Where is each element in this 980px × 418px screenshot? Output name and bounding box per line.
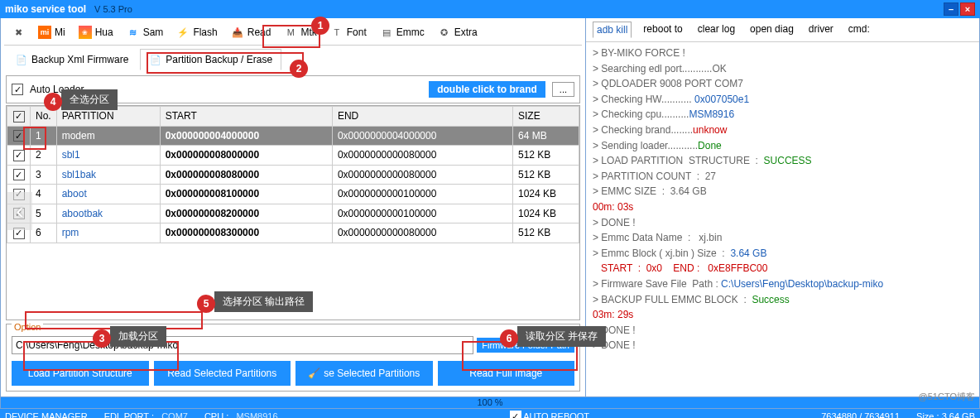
status-counts: 7634880 / 7634911	[821, 411, 900, 418]
loader-path-input[interactable]	[90, 81, 422, 98]
right-pane: adb killreboot toclear logopen diagdrive…	[586, 18, 980, 397]
read-selected-partitions-button[interactable]: Read Selected Partitions	[154, 361, 291, 386]
erase-label: se Selected Partitions	[324, 368, 420, 379]
toolbar-font[interactable]: TFont	[324, 23, 372, 41]
auto-reboot-check[interactable]: AUTO REBOOT	[510, 411, 589, 418]
callout-6: 6	[500, 329, 518, 348]
toolbar-flash[interactable]: ⚡Flash	[171, 23, 223, 41]
toolbar-extra[interactable]: ✪Extra	[432, 23, 483, 41]
tab-backup-xml[interactable]: 📄 Backup Xml Firmware	[6, 49, 137, 70]
toolbar-hua[interactable]: ❀Hua	[73, 23, 119, 41]
right-tab-adb-kill[interactable]: adb kill	[593, 22, 632, 38]
wrench-icon: ✖	[12, 26, 25, 39]
output-path-input[interactable]	[12, 336, 473, 354]
carousel-prev-icon[interactable]: ‹	[7, 192, 32, 230]
hua-icon: ❀	[79, 26, 92, 39]
minimize-button[interactable]: –	[944, 2, 958, 16]
right-tabs: adb killreboot toclear logopen diagdrive…	[586, 18, 979, 42]
font-icon: T	[330, 26, 343, 39]
option-box: Option Firmware Folder Path Load Partiti…	[6, 324, 580, 392]
read-icon: 📥	[231, 26, 244, 39]
table-row[interactable]: 5 abootbak 0x000000008200000 0x000000000…	[7, 204, 579, 223]
toolbar-wrench[interactable]: ✖	[6, 23, 31, 41]
tab-partition-backup-erase[interactable]: 📄 Partition Backup / Erase	[140, 49, 281, 70]
close-button[interactable]: ×	[960, 2, 975, 16]
right-tab-reboot-to[interactable]: reboot to	[640, 22, 685, 38]
callout-4: 4	[44, 93, 62, 111]
titlebar: miko service tool V 5.3 Pro – ×	[0, 0, 980, 18]
mtk-icon: M	[284, 26, 297, 39]
doc-icon: 📄	[15, 53, 28, 66]
status-bar: DEVICE MANAGER EDL PORT : COM7 CPU : MSM…	[0, 409, 980, 418]
callout-1: 1	[311, 17, 329, 35]
col-end: END	[332, 107, 512, 127]
hint-6: 读取分区 并保存	[517, 326, 606, 347]
extra-icon: ✪	[438, 26, 451, 39]
status-size: Size : 3.64 GB	[916, 411, 975, 418]
table-row[interactable]: 3 sbl1bak 0x000000008080000 0x0000000000…	[7, 165, 579, 185]
table-row[interactable]: 4 aboot 0x000000008100000 0x000000000010…	[7, 185, 579, 204]
erase-selected-partitions-button[interactable]: 🧹se Selected Partitions	[295, 361, 433, 386]
main-toolbar: ✖miMi❀Hua≋Sam⚡Flash📥ReadMMtkTFont▤Emmc✪E…	[4, 20, 582, 46]
partition-table: No. PARTITION START END SIZE 1 modem 0x0…	[6, 105, 580, 320]
app-title: miko service tool	[5, 3, 86, 15]
log-output: > BY-MIKO FORCE !> Searching edl port...…	[586, 42, 979, 396]
auto-loader-checkbox[interactable]	[12, 84, 23, 95]
load-partition-structure-button[interactable]: Load Partition Structure	[12, 361, 149, 386]
col-size: SIZE	[513, 107, 579, 127]
row-checkbox[interactable]	[13, 150, 25, 161]
hint-3: 加载分区	[110, 326, 166, 347]
hint-4: 全选分区	[61, 89, 118, 110]
watermark: @51CTO博客	[919, 391, 975, 403]
right-tab-driver[interactable]: driver	[805, 22, 837, 38]
right-tab-cmd:[interactable]: cmd:	[845, 22, 873, 38]
emmc-icon: ▤	[380, 26, 393, 39]
callout-5: 5	[197, 295, 215, 313]
right-tab-clear-log[interactable]: clear log	[694, 22, 738, 38]
progress-bar: 100 %	[0, 397, 980, 409]
callout-2: 2	[290, 60, 308, 78]
table-row[interactable]: 6 rpm 0x000000008300000 0x00000000000800…	[7, 223, 579, 243]
toolbar-emmc[interactable]: ▤Emmc	[374, 23, 430, 41]
double-click-brand-button[interactable]: double click to brand	[429, 81, 545, 98]
status-device-manager[interactable]: DEVICE MANAGER	[5, 411, 88, 418]
row-checkbox[interactable]	[13, 169, 25, 180]
doc-icon: 📄	[149, 53, 162, 66]
sam-icon: ≋	[127, 26, 140, 39]
read-full-image-button[interactable]: Read Full Image	[438, 361, 575, 386]
select-all-checkbox[interactable]	[13, 111, 25, 123]
toolbar-mi[interactable]: miMi	[32, 23, 71, 41]
table-row[interactable]: 2 sbl1 0x000000008000000 0x0000000000080…	[7, 146, 579, 166]
right-tab-open-diag[interactable]: open diag	[747, 22, 797, 38]
callout-3: 3	[93, 329, 111, 348]
hint-5: 选择分区 输出路径	[214, 291, 313, 312]
row-checkbox[interactable]	[13, 130, 25, 142]
option-title: Option	[12, 322, 43, 332]
browse-button[interactable]: ...	[552, 82, 574, 97]
flash-icon: ⚡	[176, 26, 190, 39]
table-row[interactable]: 1 modem 0x000000004000000 0x000000000400…	[7, 126, 579, 146]
toolbar-read[interactable]: 📥Read	[225, 23, 277, 41]
col-start: START	[160, 107, 332, 127]
app-version: V 5.3 Pro	[94, 4, 132, 14]
toolbar-sam[interactable]: ≋Sam	[121, 23, 170, 41]
mi-icon: mi	[38, 26, 51, 39]
